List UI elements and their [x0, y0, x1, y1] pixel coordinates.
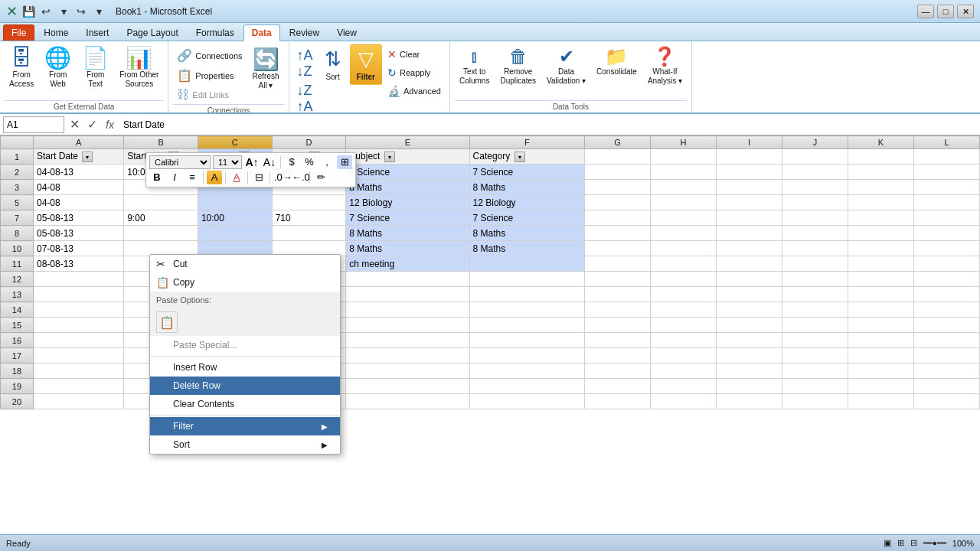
cell-h2[interactable] [651, 165, 717, 180]
ctx-copy[interactable]: 📋 Copy [150, 273, 340, 292]
cell-l8[interactable] [913, 226, 979, 241]
col-header-h[interactable]: H [651, 136, 717, 149]
cell-k5[interactable] [848, 195, 913, 210]
tab-data[interactable]: Data [243, 24, 280, 41]
sort-za-button[interactable]: ↓Z↑A [294, 81, 316, 114]
cell-k2[interactable] [848, 165, 913, 180]
cell-e3[interactable]: 8 Maths [346, 180, 469, 195]
edit-links-button[interactable]: ⛓ Edit Links [173, 86, 246, 104]
tab-formulas[interactable]: Formulas [188, 24, 243, 41]
cell-h1[interactable] [651, 149, 717, 165]
cell-a1[interactable]: Start Date ▾ [33, 149, 123, 165]
from-web-button[interactable]: 🌐 FromWeb [40, 44, 76, 92]
cell-f5[interactable]: 12 Biology [469, 195, 584, 210]
cell-i5[interactable] [716, 195, 782, 210]
cell-j7[interactable] [782, 210, 848, 226]
mini-font-size-selector[interactable]: 11 [213, 155, 242, 169]
cell-g10[interactable] [585, 241, 651, 256]
undo-button[interactable]: ↩ [38, 4, 54, 19]
cell-h8[interactable] [651, 226, 717, 241]
filter-button[interactable]: ▽ Filter [350, 44, 382, 85]
name-box[interactable] [3, 116, 64, 133]
remove-duplicates-button[interactable]: 🗑 RemoveDuplicates [495, 44, 541, 89]
cell-g8[interactable] [585, 226, 651, 241]
col-header-b[interactable]: B [124, 136, 198, 149]
cell-a2[interactable]: 04-08-13 [33, 165, 123, 180]
mini-increase-decimal-button[interactable]: .0→ [273, 171, 289, 184]
cell-i3[interactable] [716, 180, 782, 195]
cell-f1[interactable]: Category ▾ [469, 149, 584, 165]
cell-l10[interactable] [913, 241, 979, 256]
cell-e2[interactable]: 7 Science [346, 165, 469, 180]
what-if-analysis-button[interactable]: ❓ What-IfAnalysis ▾ [643, 44, 687, 89]
mini-bold-button[interactable]: B [149, 171, 165, 184]
tab-home[interactable]: Home [35, 24, 77, 41]
cell-d5[interactable] [272, 195, 346, 210]
cell-k3[interactable] [848, 180, 913, 195]
close-button[interactable]: ✕ [957, 5, 974, 18]
ctx-cut[interactable]: ✂ Cut [150, 255, 340, 273]
cell-k8[interactable] [848, 226, 913, 241]
cell-a10[interactable]: 07-08-13 [33, 241, 123, 256]
from-other-sources-button[interactable]: 📊 From OtherSources [115, 44, 163, 92]
cell-i8[interactable] [716, 226, 782, 241]
connections-button[interactable]: 🔗 Connections [173, 46, 246, 65]
data-validation-button[interactable]: ✔ DataValidation ▾ [542, 44, 590, 89]
cell-g11[interactable] [585, 256, 651, 272]
redo-button[interactable]: ↪ [74, 4, 89, 19]
text-to-columns-button[interactable]: ⫾ Text toColumns [455, 44, 494, 89]
mini-percent-button[interactable]: % [302, 155, 317, 169]
cell-l1[interactable] [913, 149, 979, 165]
mini-font-selector[interactable]: Calibri [149, 155, 211, 169]
cell-e7[interactable]: 7 Science [346, 210, 469, 226]
cell-a7[interactable]: 05-08-13 [33, 210, 123, 226]
cell-g3[interactable] [585, 180, 651, 195]
mini-clear-format-button[interactable]: ✏ [313, 171, 328, 184]
col-header-j[interactable]: J [782, 136, 848, 149]
undo-dropdown[interactable]: ▾ [56, 4, 71, 19]
refresh-all-button[interactable]: 🔄 RefreshAll ▾ [248, 46, 284, 93]
cell-j10[interactable] [782, 241, 848, 256]
cell-g7[interactable] [585, 210, 651, 226]
sort-button[interactable]: ⇅ Sort [318, 44, 348, 85]
cell-l2[interactable] [913, 165, 979, 180]
advanced-button[interactable]: 🔬 Advanced [384, 83, 445, 99]
properties-button[interactable]: 📋 Properties [173, 66, 246, 85]
normal-view-button[interactable]: ▣ [884, 538, 891, 548]
maximize-button[interactable]: □ [937, 5, 954, 18]
cell-b5[interactable] [124, 195, 198, 210]
cell-c5[interactable] [198, 195, 272, 210]
cell-f10[interactable]: 8 Maths [469, 241, 584, 256]
cell-h5[interactable] [651, 195, 717, 210]
cell-j2[interactable] [782, 165, 848, 180]
col-header-d[interactable]: D [272, 136, 346, 149]
tab-review[interactable]: Review [281, 24, 328, 41]
cell-k7[interactable] [848, 210, 913, 226]
cell-e11[interactable]: ch meeting [346, 256, 469, 272]
cell-l3[interactable] [913, 180, 979, 195]
cell-b7[interactable]: 9:00 [124, 210, 198, 226]
ctx-filter[interactable]: Filter ▶ [150, 417, 340, 435]
cell-j3[interactable] [782, 180, 848, 195]
tab-insert[interactable]: Insert [77, 24, 117, 41]
cell-h3[interactable] [651, 180, 717, 195]
tab-view[interactable]: View [328, 24, 365, 41]
ctx-insert-row[interactable]: Insert Row [150, 358, 340, 377]
mini-currency-button[interactable]: $ [284, 155, 299, 169]
col-header-g[interactable]: G [585, 136, 651, 149]
cell-d8[interactable] [272, 226, 346, 241]
cell-f11[interactable] [469, 256, 584, 272]
tab-page-layout[interactable]: Page Layout [118, 24, 186, 41]
cell-h10[interactable] [651, 241, 717, 256]
consolidate-button[interactable]: 📁 Consolidate [592, 44, 642, 80]
mini-decrease-font-button[interactable]: A↓ [262, 155, 277, 169]
zoom-slider[interactable]: ━━●━━ [923, 539, 946, 547]
col-header-k[interactable]: K [848, 136, 913, 149]
mini-borders-button[interactable]: ⊟ [251, 171, 266, 184]
from-text-button[interactable]: 📄 FromText [77, 44, 113, 92]
col-header-e[interactable]: E [346, 136, 469, 149]
col-header-i[interactable]: I [716, 136, 782, 149]
cell-i1[interactable] [716, 149, 782, 165]
from-access-button[interactable]: 🗄 FromAccess [5, 44, 38, 92]
page-break-view-button[interactable]: ⊟ [910, 538, 917, 548]
